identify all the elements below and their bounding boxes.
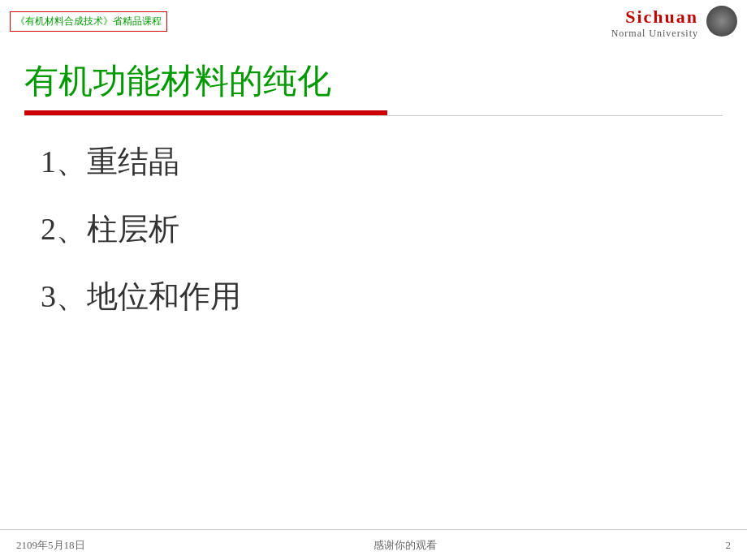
title-section: 有机功能材料的纯化 <box>0 58 747 116</box>
title-divider-red <box>24 110 387 115</box>
footer: 2109年5月18日 感谢你的观看 2 <box>0 529 747 560</box>
course-badge: 《有机材料合成技术》省精品课程 <box>10 11 167 32</box>
content-item-1: 1、重结晶 <box>41 140 706 183</box>
logo-text-col: Sichuan Normal University <box>611 6 698 40</box>
content-item-2: 2、柱层析 <box>41 208 706 251</box>
university-logo: Sichuan Normal University <box>611 6 737 40</box>
header: 《有机材料合成技术》省精品课程 Sichuan Normal Universit… <box>0 0 747 55</box>
university-seal-icon <box>706 6 737 37</box>
footer-thanks: 感谢你的观看 <box>374 538 437 553</box>
title-divider-container <box>24 110 723 115</box>
content-item-3: 3、地位和作用 <box>41 275 706 318</box>
title-divider-line <box>24 115 723 116</box>
logo-row: Sichuan Normal University <box>611 6 737 40</box>
slide-container: 《有机材料合成技术》省精品课程 Sichuan Normal Universit… <box>0 0 747 560</box>
page-title: 有机功能材料的纯化 <box>24 58 723 104</box>
footer-date: 2109年5月18日 <box>16 538 85 553</box>
university-name-sichuan: Sichuan <box>625 6 698 27</box>
main-content: 1、重结晶 2、柱层析 3、地位和作用 <box>0 124 747 360</box>
university-name-normal: Normal University <box>611 28 698 39</box>
footer-page-number: 2 <box>726 539 732 552</box>
